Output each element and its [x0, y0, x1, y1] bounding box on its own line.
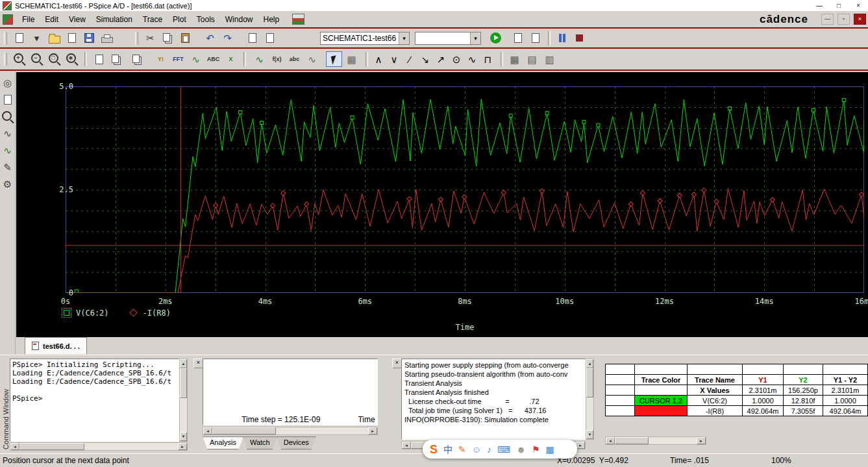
simulation-output-log[interactable]: Starting power supply stepping (from aut… [401, 359, 586, 440]
scrollbar-thumb[interactable] [212, 427, 276, 435]
tile-windows-button[interactable] [108, 51, 125, 67]
print-button[interactable] [99, 31, 115, 46]
fft-button[interactable]: FFT [170, 51, 186, 67]
voice-input-icon[interactable]: ♪ [487, 445, 491, 454]
tab-devices[interactable]: Devices [277, 436, 316, 449]
scroll-up-icon[interactable]: ▲ [586, 359, 593, 368]
floating-doc-icon[interactable] [292, 14, 304, 25]
menu-window[interactable]: Window [220, 12, 258, 27]
waveform-view-button[interactable]: ∿ [1, 144, 14, 157]
scrollbar-thumb[interactable] [586, 368, 593, 398]
copy-to-clipboard-button[interactable] [129, 51, 145, 67]
zoom-in-button[interactable]: + [11, 51, 27, 67]
pause-button[interactable] [554, 31, 570, 46]
document-tab[interactable]: test66.d. . . [25, 337, 87, 354]
zoom-area-button[interactable]: □ [46, 51, 62, 67]
maximize-button[interactable]: □ [829, 2, 849, 9]
scroll-left-icon[interactable]: ◄ [402, 442, 411, 449]
add-trace-button[interactable]: ∿ [251, 51, 267, 67]
cursor-trough-button[interactable]: ∨ [387, 51, 401, 67]
redo-button[interactable]: ↷ [219, 31, 236, 46]
append-file-button[interactable] [64, 31, 80, 46]
output-file-button[interactable] [262, 31, 278, 46]
view-doc-button[interactable] [1, 110, 14, 123]
cursor-grid-button[interactable]: ▦ [343, 51, 360, 67]
save-button[interactable] [81, 31, 97, 46]
cut-button[interactable]: ✂ [142, 31, 158, 46]
copy-button[interactable] [160, 31, 176, 46]
cursor-point-button[interactable]: ⊙ [449, 51, 464, 67]
mdi-restore-button[interactable]: ▫ [837, 14, 850, 25]
mdi-close-button[interactable]: × [854, 14, 866, 25]
cursor-slope-button[interactable]: ∕ [403, 51, 417, 67]
view-circuit-button[interactable] [527, 31, 543, 46]
new-file-dropdown[interactable]: ▾ [29, 31, 45, 46]
menu-simulation[interactable]: Simulation [91, 12, 138, 27]
menu-help[interactable]: Help [258, 12, 284, 27]
minimize-button[interactable]: — [810, 2, 829, 9]
log-x-axis-button[interactable]: Y! [153, 51, 169, 67]
combo-dropdown-icon[interactable]: ▾ [399, 32, 409, 44]
digital-size-button[interactable]: ▥ [541, 51, 558, 67]
view-results-button[interactable] [510, 31, 526, 46]
menu-tools[interactable]: Tools [192, 12, 220, 27]
cursor-peak-button[interactable]: ∧ [371, 51, 386, 67]
mark-data-points-button[interactable]: ∿ [304, 51, 320, 67]
menu-file[interactable]: File [17, 12, 40, 27]
trace-name-cell[interactable]: -I(R8) [688, 406, 743, 416]
cursor-max-button[interactable]: ↗ [434, 51, 448, 67]
close-panel-icon[interactable]: × [392, 359, 402, 368]
chinese-mode-icon[interactable]: 中 [443, 445, 453, 454]
add-plot-button[interactable]: ▦ [506, 51, 523, 67]
account-icon[interactable]: ☻ [516, 445, 526, 454]
skin-icon[interactable]: ⚑ [532, 445, 540, 454]
tab-watch[interactable]: Watch [243, 436, 277, 449]
toolbox-icon[interactable]: ▦ [546, 445, 554, 454]
toggle-cursor-button[interactable] [326, 51, 342, 67]
scroll-left-icon[interactable]: ◄ [606, 437, 615, 444]
horizontal-scrollbar[interactable]: ◄► [203, 427, 378, 435]
pointer-tool-button[interactable]: ◎ [1, 76, 14, 90]
emoji-icon[interactable]: ☺ [472, 445, 481, 454]
scroll-down-icon[interactable]: ▼ [586, 430, 593, 439]
annotate-button[interactable]: ✎ [1, 160, 14, 174]
close-button[interactable]: × [849, 2, 868, 9]
undo-button[interactable]: ↶ [202, 31, 218, 46]
vertical-scrollbar[interactable]: ▲▼ [179, 359, 188, 442]
soft-keyboard-icon[interactable]: ⌨ [497, 445, 510, 454]
command-console[interactable]: PSpice> Initializing Scripting...Loading… [10, 359, 179, 442]
schematic-page-button[interactable] [1, 93, 14, 107]
cursor-search-button[interactable]: ∿ [465, 51, 479, 67]
sogou-logo-icon[interactable]: S [430, 444, 438, 455]
handwriting-icon[interactable]: ✎ [458, 445, 466, 454]
scrollbar-thumb[interactable] [19, 443, 84, 450]
delete-plot-button[interactable]: ▤ [524, 51, 540, 67]
menu-edit[interactable]: Edit [40, 12, 64, 27]
legend-item-1[interactable]: V(C6:2) [62, 308, 109, 318]
scroll-left-icon[interactable]: ◄ [203, 427, 212, 435]
combo-dropdown-icon[interactable]: ▾ [470, 32, 480, 44]
zoom-fit-button[interactable]: ∗ [64, 51, 80, 67]
scroll-up-icon[interactable]: ▲ [180, 359, 187, 368]
trace-color-cell[interactable]: CURSOR 1,2 [635, 396, 688, 406]
performance-analysis-button[interactable]: ∿ [188, 51, 204, 67]
scroll-right-icon[interactable]: ► [576, 442, 585, 449]
cascade-windows-button[interactable] [91, 51, 107, 67]
trace-color-cell[interactable] [635, 406, 688, 416]
horizontal-scrollbar[interactable]: ◄► [605, 436, 706, 445]
scroll-right-icon[interactable]: ► [368, 427, 377, 435]
tab-analysis[interactable]: Analysis [203, 436, 243, 449]
insert-text-label-button[interactable]: abc [286, 51, 303, 67]
scroll-left-icon[interactable]: ◄ [10, 443, 19, 450]
scroll-right-icon[interactable]: ► [697, 437, 706, 444]
paste-button[interactable] [177, 31, 193, 46]
export-to-excel-button[interactable]: X [223, 51, 239, 67]
mdi-minimize-button[interactable]: — [821, 14, 834, 25]
horizontal-scrollbar[interactable]: ◄► [10, 442, 188, 451]
run-button[interactable] [488, 31, 504, 46]
menu-trace[interactable]: Trace [138, 12, 167, 27]
vertical-scrollbar[interactable]: ▲▼ [586, 359, 594, 440]
alternate-display-button[interactable]: ABC [205, 51, 221, 67]
legend-item-2[interactable]: -I(R8) [129, 308, 171, 318]
quick-find-combo[interactable]: ▾ [415, 32, 481, 45]
